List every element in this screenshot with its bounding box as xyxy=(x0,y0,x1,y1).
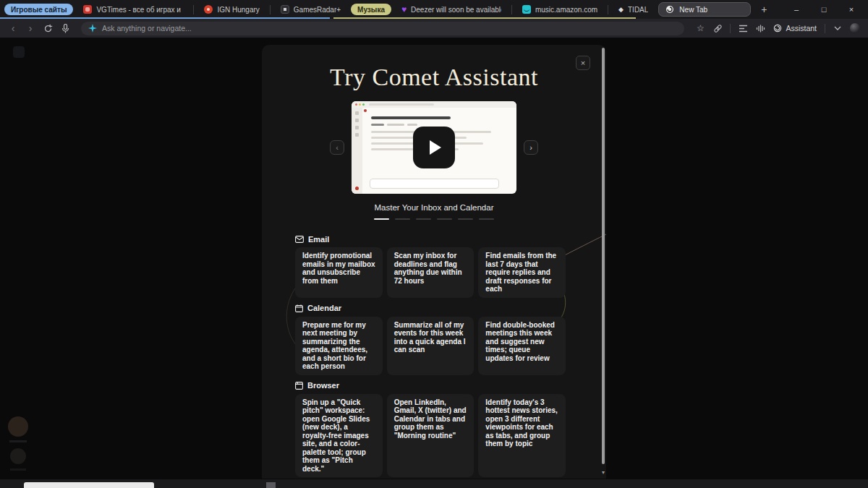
reading-list-button[interactable] xyxy=(736,21,750,35)
tab-label: music.amazon.com xyxy=(535,6,597,14)
tab-group-music[interactable]: Музыка xyxy=(351,4,391,15)
tab-deezer[interactable]: ♥ Deezer will soon be available xyxy=(394,1,509,17)
page-shortcut-avatar xyxy=(8,416,28,437)
toolbar-divider xyxy=(825,24,825,33)
link-icon xyxy=(713,24,723,33)
scrollbar-down-arrow[interactable]: ▾ xyxy=(600,470,606,476)
equalizer-icon xyxy=(756,24,765,33)
section-label: Email xyxy=(308,235,329,244)
taskbar xyxy=(0,479,868,488)
tab-label: GamesRadar+ xyxy=(294,6,341,14)
omnibox-placeholder: Ask anything or navigate... xyxy=(102,24,192,33)
modal-close-button[interactable]: × xyxy=(576,56,590,70)
prompt-card[interactable]: Summarize all of my events for this week… xyxy=(387,317,475,375)
back-button[interactable]: ‹ xyxy=(6,21,20,35)
page-shortcut-label xyxy=(10,468,26,471)
section-calendar: Calendar Prepare me for my next meeting … xyxy=(295,304,566,375)
tab-label: VGTimes - все об играх и игр xyxy=(96,6,183,14)
tidal-icon: ◆ xyxy=(618,7,624,13)
section-browser: Browser Spin up a "Quick pitch" workspac… xyxy=(295,381,566,478)
carousel-progress-segment xyxy=(416,218,431,220)
window-close-button[interactable]: × xyxy=(839,1,864,18)
email-icon xyxy=(295,236,304,243)
tab-label: TIDAL xyxy=(628,6,648,14)
window-maximize-button[interactable]: □ xyxy=(812,1,836,18)
copy-link-button[interactable] xyxy=(710,21,725,35)
tab-tidal[interactable]: ◆ TIDAL xyxy=(611,1,655,17)
new-tab-button[interactable]: + xyxy=(754,4,774,15)
gamesradar-favicon xyxy=(281,5,289,14)
try-comet-assistant-modal: × Try Comet Assistant ‹ xyxy=(262,45,606,479)
prompt-card[interactable]: Spin up a "Quick pitch" workspace: open … xyxy=(295,394,383,478)
play-icon xyxy=(430,140,441,155)
sidebar-toggle-button[interactable] xyxy=(830,21,845,35)
microphone-icon xyxy=(61,24,69,33)
tab-new-tab-active[interactable]: New Tab xyxy=(658,2,751,17)
carousel-caption: Master Your Inbox and Calendar xyxy=(262,203,606,212)
tab-strip: Игровые сайты VGTimes - все об играх и и… xyxy=(0,0,868,19)
carousel-progress-segment xyxy=(479,218,494,220)
prompt-card[interactable]: Identify today's 3 hottest news stories,… xyxy=(478,394,566,478)
tab-group-gaming[interactable]: Игровые сайты xyxy=(4,4,73,15)
toolbar: ‹ › Ask anything or navigate... ☆ xyxy=(0,19,868,38)
page-shortcut-avatar xyxy=(10,448,26,464)
deezer-heart-icon: ♥ xyxy=(401,5,407,14)
comet-logo-icon xyxy=(665,5,674,14)
comet-spark-icon xyxy=(88,24,97,33)
browser-icon xyxy=(295,382,303,390)
carousel-next-button[interactable]: › xyxy=(524,140,538,155)
carousel-prev-button[interactable]: ‹ xyxy=(330,140,344,155)
avatar xyxy=(850,23,860,33)
forward-button[interactable]: › xyxy=(23,21,38,35)
prompt-card[interactable]: Prepare me for my next meeting by summar… xyxy=(295,317,383,375)
reload-icon xyxy=(43,24,53,33)
window-minimize-button[interactable]: – xyxy=(784,1,809,18)
amazon-music-favicon xyxy=(522,5,531,14)
section-label: Calendar xyxy=(307,304,341,312)
section-label: Browser xyxy=(307,381,339,390)
toolbar-divider xyxy=(730,24,731,33)
comet-assistant-icon xyxy=(773,24,782,33)
calendar-icon xyxy=(295,304,303,312)
assistant-button[interactable]: Assistant xyxy=(770,24,820,33)
prompt-card[interactable]: Find double-booked meetings this week an… xyxy=(478,317,566,375)
prompt-card[interactable]: Open LinkedIn, Gmail, X (twitter) and Ca… xyxy=(387,394,475,478)
carousel-progress-segment xyxy=(458,218,473,220)
taskbar-app-icon[interactable] xyxy=(266,482,276,488)
carousel-progress-segment xyxy=(395,218,410,220)
tab-amazon-music[interactable]: music.amazon.com xyxy=(515,1,605,17)
prompt-card[interactable]: Scan my inbox for deadlines and flag any… xyxy=(387,247,475,298)
assistant-label: Assistant xyxy=(786,24,817,33)
taskbar-search-box[interactable] xyxy=(24,482,154,488)
play-button[interactable] xyxy=(413,127,455,168)
scrollbar-thumb[interactable] xyxy=(602,48,605,464)
page-shortcut-tile xyxy=(13,46,25,58)
bookmark-button[interactable]: ☆ xyxy=(693,21,707,35)
profile-button[interactable] xyxy=(848,21,862,35)
tab-group-gaming-underline xyxy=(0,17,330,19)
prompt-card[interactable]: Identify promotional emails in my mailbo… xyxy=(295,247,383,298)
modal-scrollbar[interactable]: ▾ xyxy=(600,45,606,479)
media-controls-button[interactable] xyxy=(753,21,767,35)
carousel-progress-segment xyxy=(374,218,389,220)
video-thumbnail[interactable] xyxy=(352,101,516,194)
chevron-down-icon xyxy=(834,26,841,30)
prompt-card[interactable]: Find emails from the last 7 days that re… xyxy=(478,247,566,298)
reload-button[interactable] xyxy=(41,21,55,35)
tab-ign-hungary[interactable]: IGN Hungary xyxy=(197,1,266,17)
modal-title: Try Comet Assistant xyxy=(262,64,606,91)
active-tab-label: New Tab xyxy=(679,6,707,14)
tab-divider xyxy=(193,5,194,14)
tab-vgtimes[interactable]: VGTimes - все об играх и игр xyxy=(76,1,190,17)
section-email: Email Identify promotional emails in my … xyxy=(295,234,566,298)
list-icon xyxy=(739,25,748,33)
ign-favicon xyxy=(204,5,213,14)
voice-search-button[interactable] xyxy=(58,21,72,35)
tab-divider xyxy=(270,5,271,14)
page-shortcut-label xyxy=(9,440,27,442)
prompt-sections: Email Identify promotional emails in my … xyxy=(295,234,566,479)
tab-divider xyxy=(511,5,512,14)
omnibox[interactable]: Ask anything or navigate... xyxy=(81,22,684,35)
tab-label: Deezer will soon be available xyxy=(411,6,501,14)
tab-gamesradar[interactable]: GamesRadar+ xyxy=(273,1,348,17)
